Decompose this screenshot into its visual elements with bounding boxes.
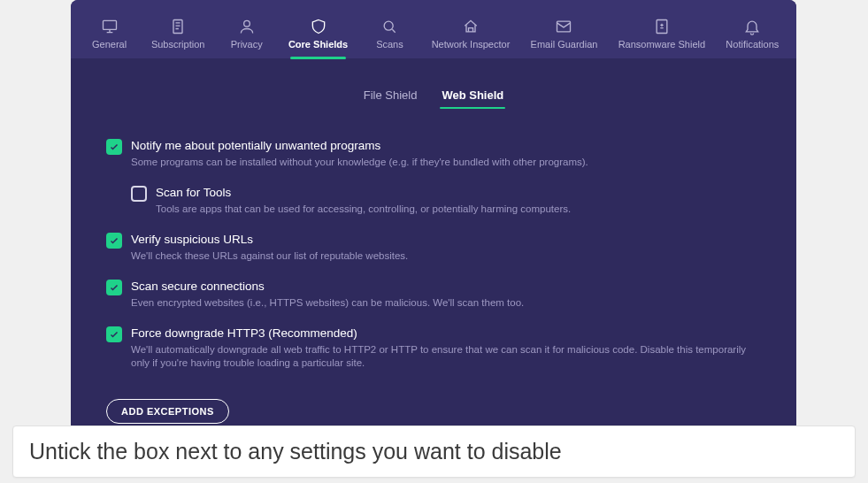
opt-secure-text: Scan secure connectionsEven encrypted we… [131,279,761,310]
tab-label: Privacy [231,39,263,50]
person-icon [238,18,256,35]
tab-network-inspector[interactable]: Network Inspector [426,14,516,58]
opt-pup-desc: Some programs can be installed without y… [131,156,761,169]
tab-core-shields[interactable]: Core Shields [283,14,353,58]
home-net-icon [462,18,480,35]
tab-label: Email Guardian [531,39,598,50]
tab-label: Notifications [726,39,779,50]
tab-ransomware-shield[interactable]: Ransomware Shield [613,14,711,58]
opt-tools-row: Scan for ToolsTools are apps that can be… [106,177,761,224]
receipt-icon [169,18,187,35]
tab-privacy[interactable]: Privacy [220,14,273,58]
bell-icon [743,18,761,35]
opt-tools-title: Scan for Tools [156,185,761,201]
subtab-web-shield[interactable]: Web Shield [442,88,503,107]
opt-secure-checkbox[interactable] [106,280,122,295]
search-icon [380,18,398,35]
app-window: GeneralSubscriptionPrivacyCore ShieldsSc… [71,0,796,447]
opt-http3-title: Force downgrade HTTP3 (Recommended) [131,326,761,341]
opt-tools-text: Scan for ToolsTools are apps that can be… [156,185,761,216]
add-exceptions-button[interactable]: ADD EXCEPTIONS [106,399,229,424]
opt-pup-title: Notify me about potentially unwanted pro… [131,138,761,154]
tab-label: Network Inspector [432,39,511,50]
tab-notifications[interactable]: Notifications [720,14,784,58]
opt-tools-desc: Tools are apps that can be used for acce… [156,203,761,216]
opt-urls-checkbox[interactable] [106,233,122,249]
tab-scans[interactable]: Scans [363,14,416,58]
opt-pup-checkbox[interactable] [106,139,122,155]
tab-label: Core Shields [288,39,348,50]
opt-tools-checkbox[interactable] [131,186,147,202]
opt-http3-desc: We'll automatically downgrade all web tr… [131,343,761,370]
opt-pup-text: Notify me about potentially unwanted pro… [131,138,761,169]
mail-icon [555,18,572,35]
tab-general[interactable]: General [83,14,136,58]
opt-http3-text: Force downgrade HTTP3 (Recommended)We'll… [131,326,761,370]
sub-tabs: File ShieldWeb Shield [71,58,796,114]
subtab-file-shield[interactable]: File Shield [364,88,418,107]
ransom-icon [653,18,671,35]
tab-label: General [92,39,127,50]
opt-secure-title: Scan secure connections [131,279,761,295]
opt-urls-row: Verify suspicious URLsWe'll check these … [106,224,761,271]
tab-subscription[interactable]: Subscription [146,14,211,58]
tab-label: Ransomware Shield [618,39,705,50]
tab-label: Scans [376,39,403,50]
instruction-caption: Untick the box next to any settings you … [12,426,856,478]
opt-urls-text: Verify suspicious URLsWe'll check these … [131,232,761,263]
opt-http3-row: Force downgrade HTTP3 (Recommended)We'll… [106,318,761,378]
tab-email-guardian[interactable]: Email Guardian [526,14,603,58]
monitor-icon [101,18,119,35]
opt-urls-title: Verify suspicious URLs [131,232,761,248]
opt-pup-row: Notify me about potentially unwanted pro… [106,130,761,177]
tab-label: Subscription [151,39,205,50]
opt-http3-checkbox[interactable] [106,326,122,342]
opt-secure-desc: Even encrypted websites (i.e., HTTPS web… [131,296,761,310]
opt-urls-desc: We'll check these URLs against our list … [131,249,761,263]
opt-secure-row: Scan secure connectionsEven encrypted we… [106,271,761,318]
top-nav: GeneralSubscriptionPrivacyCore ShieldsSc… [71,0,796,58]
shield-icon [310,18,327,35]
settings-content: Notify me about potentially unwanted pro… [71,114,796,424]
